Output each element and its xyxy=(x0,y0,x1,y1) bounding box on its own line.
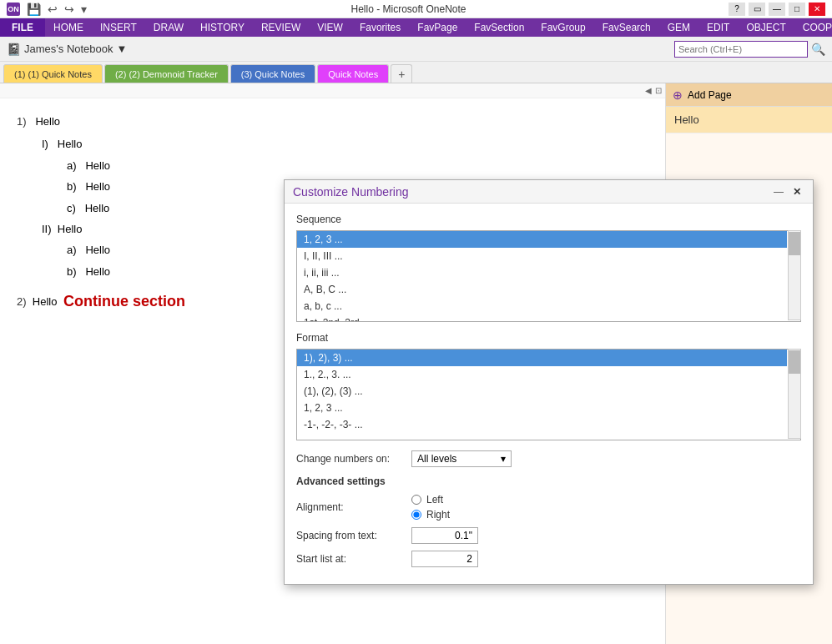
dialog-minimize-button[interactable]: — xyxy=(771,184,786,199)
alignment-right-label: Right xyxy=(426,509,450,521)
alignment-left-label: Left xyxy=(426,494,443,506)
spacing-label: Spacing from text: xyxy=(296,530,405,541)
dialog-controls: — ✕ xyxy=(771,184,804,199)
format-item-4[interactable]: -1-, -2-, -3- ... xyxy=(297,416,787,433)
sequence-listbox[interactable]: 1, 2, 3 ... I, II, III ... i, ii, iii ..… xyxy=(296,230,801,322)
sequence-label: Sequence xyxy=(296,214,801,225)
change-numbers-dropdown[interactable]: All levels ▾ xyxy=(411,450,512,467)
advanced-title: Advanced settings xyxy=(296,475,801,487)
customize-numbering-dialog: Customize Numbering — ✕ Sequence 1, 2, 3… xyxy=(284,179,814,585)
alignment-left-option[interactable]: Left xyxy=(411,494,450,506)
change-numbers-value: All levels xyxy=(417,453,456,465)
dialog-body: Sequence 1, 2, 3 ... I, II, III ... i, i… xyxy=(285,204,813,584)
dialog-header: Customize Numbering — ✕ xyxy=(285,180,813,204)
spacing-input[interactable] xyxy=(411,527,478,544)
format-scrollbar[interactable] xyxy=(788,349,801,439)
dialog-title: Customize Numbering xyxy=(293,185,409,199)
alignment-row: Alignment: Left Right xyxy=(296,494,801,521)
alignment-right-option[interactable]: Right xyxy=(411,509,450,521)
start-row: Start list at: xyxy=(296,551,801,567)
sequence-scrollbar-thumb xyxy=(789,232,800,255)
sequence-listbox-wrapper: 1, 2, 3 ... I, II, III ... i, ii, iii ..… xyxy=(296,230,801,322)
alignment-options: Left Right xyxy=(411,494,450,521)
change-numbers-dropdown-icon: ▾ xyxy=(501,453,506,465)
format-item-0[interactable]: 1), 2), 3) ... xyxy=(297,350,787,366)
sequence-item-4[interactable]: a, b, c ... xyxy=(297,298,787,314)
dialog-close-button[interactable]: ✕ xyxy=(789,184,804,199)
format-scrollbar-thumb xyxy=(789,350,800,374)
format-label: Format xyxy=(296,332,801,344)
format-item-2[interactable]: (1), (2), (3) ... xyxy=(297,383,787,400)
alignment-label: Alignment: xyxy=(296,501,405,513)
sequence-item-3[interactable]: A, B, C ... xyxy=(297,281,787,298)
start-input[interactable] xyxy=(411,551,478,567)
sequence-scrollbar[interactable] xyxy=(788,230,801,320)
change-numbers-row: Change numbers on: All levels ▾ xyxy=(296,450,801,467)
sequence-item-2[interactable]: i, ii, iii ... xyxy=(297,264,787,281)
sequence-item-5[interactable]: 1st, 2nd, 3rd ... xyxy=(297,314,787,322)
alignment-right-radio[interactable] xyxy=(411,510,421,520)
start-label: Start list at: xyxy=(296,553,405,565)
alignment-left-radio[interactable] xyxy=(411,495,421,505)
format-listbox[interactable]: 1), 2), 3) ... 1., 2., 3. ... (1), (2), … xyxy=(296,349,801,440)
spacing-row: Spacing from text: xyxy=(296,527,801,544)
format-listbox-wrapper: 1), 2), 3) ... 1., 2., 3. ... (1), (2), … xyxy=(296,349,801,440)
format-item-1[interactable]: 1., 2., 3. ... xyxy=(297,366,787,383)
sequence-item-0[interactable]: 1, 2, 3 ... xyxy=(297,231,787,248)
advanced-section: Advanced settings Alignment: Left Right xyxy=(296,475,801,567)
dialog-overlay: Customize Numbering — ✕ Sequence 1, 2, 3… xyxy=(0,0,832,644)
change-numbers-label: Change numbers on: xyxy=(296,453,405,465)
format-item-3[interactable]: 1, 2, 3 ... xyxy=(297,400,787,416)
sequence-item-1[interactable]: I, II, III ... xyxy=(297,248,787,264)
